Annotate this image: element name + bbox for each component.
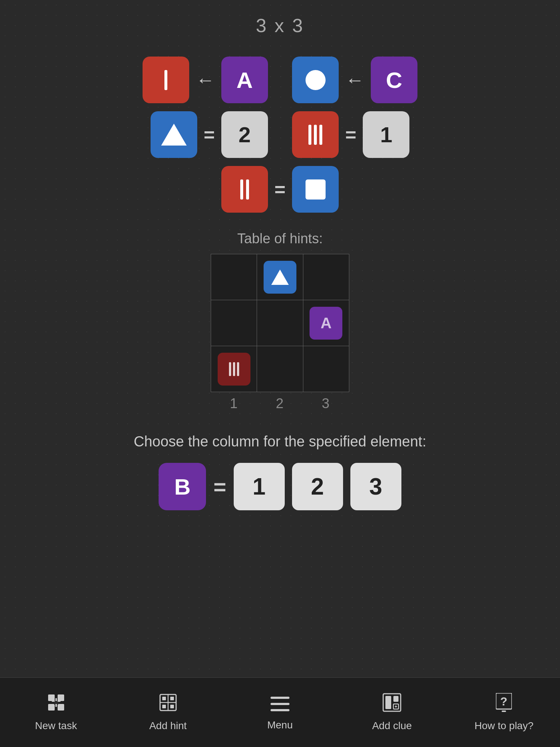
question-section: Choose the column for the specified elem… [0,433,560,510]
clues-section: ← A ← C = 2 [0,57,560,213]
menu-label: Menu [267,719,293,731]
svg-rect-21 [393,696,398,702]
add-clue-icon [382,693,401,716]
table-cell-3-1 [211,346,257,392]
table-cell-3-2 [257,346,303,392]
table-cell-3-3 [303,346,349,392]
table-cell-2-1 [211,300,257,346]
tile-blue-triangle [151,111,197,158]
tile-blue-square [292,166,339,213]
table-cell-2-3: A [303,300,349,346]
tile-white-2: 2 [221,111,268,158]
hint-purple-A: A [310,307,342,340]
svg-rect-20 [385,696,391,709]
svg-text:?: ? [500,695,508,708]
svg-rect-5 [52,700,55,702]
add-hint-icon [159,693,178,716]
table-row [211,254,349,300]
tile-red-bar1 [143,57,189,103]
table-row: A [211,300,349,346]
col-label-3: 3 [303,396,349,411]
equals-3: = [275,178,285,200]
svg-rect-3 [58,704,64,711]
svg-rect-15 [170,705,174,708]
question-equals: = [213,474,226,499]
table-row [211,346,349,392]
svg-rect-17 [271,703,289,705]
clue-row-1: ← A ← C [143,57,417,103]
table-cell-2-2 [257,300,303,346]
tile-purple-C: C [371,57,417,103]
svg-rect-27 [502,711,506,712]
answer-btn-2[interactable]: 2 [292,463,343,510]
table-cell-1-3 [303,254,349,300]
tile-red-bars3 [292,111,339,158]
svg-rect-12 [162,697,166,700]
how-to-play-label: How to play? [474,720,533,732]
add-hint-label: Add hint [149,720,187,732]
new-task-label: New task [35,720,77,732]
table-cell-1-1 [211,254,257,300]
col-label-1: 1 [211,396,257,411]
svg-rect-8 [55,704,57,707]
svg-rect-13 [170,697,174,700]
clue-row-2: = 2 = 1 [151,111,410,158]
answer-btn-1[interactable]: 1 [234,463,285,510]
tile-white-1: 1 [363,111,409,158]
tile-purple-A: A [221,57,268,103]
hint-darkred-bars3 [218,353,250,386]
svg-rect-18 [271,709,289,711]
arrow-left-2: ← [345,69,364,91]
hints-section: Table of hints: A [0,231,560,411]
page-title: 3 x 3 [0,0,560,36]
answer-btn-3[interactable]: 3 [350,463,401,510]
new-task-icon [47,693,66,716]
menu-icon [271,694,289,716]
toolbar-add-hint[interactable]: Add hint [132,693,205,732]
hints-label: Table of hints: [237,231,323,247]
equals-1: = [204,124,215,146]
toolbar-new-task[interactable]: New task [20,693,93,732]
question-element-B: B [159,463,206,510]
question-text: Choose the column for the specified elem… [134,433,427,450]
tile-blue-circle [292,57,339,103]
toolbar: New task Add hint Menu [0,677,560,747]
svg-rect-6 [58,700,61,702]
svg-rect-0 [48,694,55,701]
clue-row-3: = [221,166,339,213]
svg-rect-2 [58,694,64,701]
column-labels: 1 2 3 [211,396,349,411]
svg-rect-7 [55,698,57,701]
equals-2: = [345,124,356,146]
svg-rect-16 [271,697,289,699]
toolbar-menu[interactable]: Menu [244,694,316,731]
svg-rect-1 [48,704,55,711]
toolbar-how-to-play[interactable]: ? How to play? [467,693,540,732]
tile-red-bars2 [221,166,268,213]
arrow-left-1: ← [196,69,215,91]
toolbar-add-clue[interactable]: Add clue [355,693,428,732]
table-cell-1-2 [257,254,303,300]
hint-blue-triangle [264,261,296,294]
add-clue-label: Add clue [372,720,412,732]
how-to-play-icon: ? [496,693,512,716]
question-row: B = 1 2 3 [159,463,401,510]
hints-table: A [211,254,349,392]
col-label-2: 2 [257,396,303,411]
svg-rect-14 [162,705,166,708]
